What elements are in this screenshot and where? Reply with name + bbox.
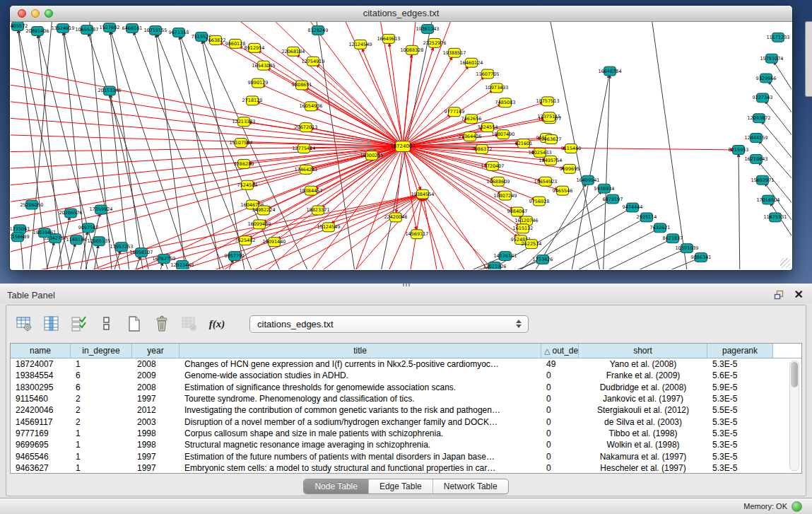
table-row[interactable]: 977716911998Corpus callosum shape and si… (11, 428, 801, 439)
column-header-short[interactable]: short (579, 344, 707, 358)
table-type-tabs: Node TableEdge TableNetwork Table (303, 479, 508, 494)
graph-node-label: 621601 (515, 141, 533, 146)
graph-node-label: 13524919 (51, 25, 74, 31)
float-panel-icon[interactable] (774, 290, 784, 300)
graph-node-label: 17957253 (110, 244, 133, 250)
function-builder-icon[interactable]: f(x) (208, 315, 226, 333)
graph-node-label: 7663822 (206, 37, 226, 43)
graph-node-label: 10973433 (485, 85, 508, 90)
table-cell: 5.5E-5 (707, 405, 773, 415)
table-cell: 1 (71, 359, 132, 369)
graph-node-label: 19384554 (411, 192, 434, 197)
table-row[interactable]: 911546021997Tourette syndrome. Phenomeno… (11, 393, 801, 404)
column-header-name[interactable]: name (11, 344, 71, 358)
graph-node-label: 11171233 (766, 35, 789, 40)
graph-node-label: 5938934 (594, 186, 615, 192)
table-row[interactable]: 2242004622012Investigating the contribut… (11, 404, 801, 416)
graph-node-label: 9884067 (507, 209, 528, 214)
graph-node-label: 12754919 (301, 59, 324, 64)
column-header-in_degree[interactable]: in_degree (71, 344, 132, 358)
graph-node-label: 10719155 (143, 28, 167, 33)
graph-edge (739, 156, 740, 269)
table-row[interactable]: 1456911722003Disruption of a novel membe… (11, 416, 801, 427)
graph-node-label: 18807249 (493, 193, 517, 199)
graph-node-label: 14136141 (493, 253, 517, 259)
table-row[interactable]: 946554611997Estimation of the future num… (11, 450, 801, 462)
table-cell: 2012 (132, 405, 180, 415)
graph-node-label: 2522534 (522, 241, 542, 247)
tab-edge-table[interactable]: Edge Table (368, 479, 433, 493)
graph-node-label: 7986372 (472, 146, 493, 152)
window-titlebar[interactable]: citations_edges.txt (10, 6, 792, 22)
graph-node-label: 8912954 (245, 45, 265, 51)
resize-grip[interactable] (780, 258, 790, 268)
table-row[interactable]: 1830029562008Estimation of significance … (11, 382, 801, 393)
graph-node-label: 12213383 (232, 119, 255, 124)
graph-node-label: 9756928 (529, 199, 550, 204)
tab-node-table[interactable]: Node Table (304, 479, 368, 493)
row-height-icon[interactable] (98, 315, 116, 333)
table-toolbar: f(x) citations_edges.txt (6, 305, 806, 339)
delete-table-icon[interactable] (153, 315, 171, 333)
table-cell: 2 (71, 417, 132, 427)
table-cell: Genome-wide association studies in ADHD. (180, 370, 541, 380)
table-cell: Embryonic stem cells: a model to study s… (180, 463, 541, 473)
graph-edge (767, 103, 792, 165)
graph-node-label: 1235061 (11, 226, 30, 232)
table-cell: 9115460 (11, 394, 71, 404)
graph-node-label: 9465546 (553, 188, 573, 194)
network-canvas[interactable]: 9405572208914061352491910655287152760264… (11, 22, 792, 269)
graph-node-label: 16460124 (459, 60, 483, 66)
graph-edge (64, 246, 75, 269)
table-panel-header: Table Panel ✕ (0, 286, 812, 303)
graph-node-label: 9463627 (541, 136, 562, 142)
import-table-icon[interactable] (180, 315, 199, 333)
graph-node-label: 9857791 (225, 253, 245, 259)
column-header-year[interactable]: year (132, 344, 180, 358)
table-cell: 0 (541, 370, 579, 380)
table-row[interactable]: 1872400712008Changes of HCN gene express… (11, 358, 801, 370)
graph-node-label: 17464241 (294, 167, 317, 173)
table-cell: 5.3E-5 (707, 440, 773, 450)
graph-node-label: 16120746 (514, 218, 538, 223)
close-panel-icon[interactable]: ✕ (794, 290, 804, 300)
graph-edge (775, 64, 792, 127)
column-header-title[interactable]: title (180, 344, 541, 358)
table-cell: 5.3E-5 (707, 463, 773, 473)
table-cell: 49 (541, 359, 579, 369)
table-settings-icon[interactable] (15, 315, 33, 333)
network-view-window: citations_edges.txt 94055722089140613524… (10, 6, 792, 270)
table-cell: Franke et al. (2009) (579, 370, 707, 380)
table-scrollbar-thumb[interactable] (791, 362, 798, 387)
graph-node-label: 10088328 (400, 47, 423, 53)
column-chooser-icon[interactable] (42, 315, 61, 333)
column-header-pagerank[interactable]: pagerank (707, 344, 773, 358)
table-selector-dropdown[interactable]: citations_edges.txt (249, 315, 529, 333)
table-row[interactable]: 969969511998Structural magnetic resonanc… (11, 439, 801, 450)
table-row[interactable]: 946362711997Embryonic stem cells: a mode… (11, 462, 801, 474)
graph-node-label: 16409541 (576, 177, 599, 183)
table-cell: 1998 (132, 428, 180, 438)
cytoscape-desktop: citations_edges.txt 94055722089140613524… (0, 0, 812, 284)
memory-status-indicator[interactable] (792, 501, 802, 512)
graph-node-label: 12093872 (747, 115, 770, 121)
table-cell: 0 (541, 382, 579, 392)
graph-node-label: 6879197 (603, 197, 623, 202)
graph-node-label: 16099489 (247, 221, 271, 227)
table-cell: 2 (71, 394, 132, 404)
graph-node-label: 10025433 (528, 150, 551, 156)
graph-node-label: 9699695 (560, 166, 580, 172)
column-header-out_de[interactable]: △out_de… (541, 344, 579, 358)
tab-network-table[interactable]: Network Table (433, 479, 508, 493)
new-table-icon[interactable] (125, 315, 143, 333)
graph-node-label: 15751074 (760, 56, 783, 62)
table-scrollbar[interactable] (789, 361, 799, 471)
select-rows-icon[interactable] (70, 315, 88, 333)
graph-node-label: 11607705 (476, 71, 499, 77)
table-cell: 5.3E-5 (707, 452, 773, 462)
table-row[interactable]: 1938455462009Genome-wide association stu… (11, 370, 801, 381)
graph-node-label: 7524504 (237, 182, 258, 188)
table-cell: 1 (71, 440, 132, 450)
graph-node-label: 19361043 (416, 26, 439, 32)
graph-node-label: 9860128 (225, 41, 246, 47)
